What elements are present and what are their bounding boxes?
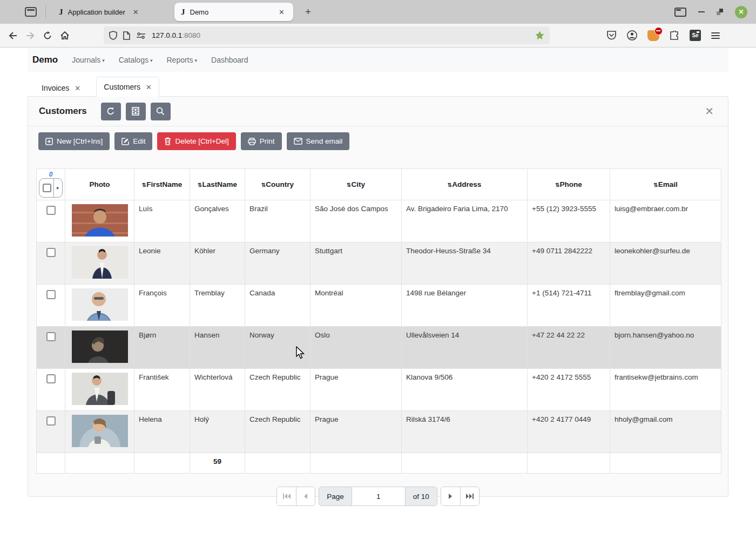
chevron-down-icon: ▾ <box>102 58 105 63</box>
cell-city: São José dos Campos <box>310 200 402 242</box>
menu-hamburger-icon[interactable] <box>711 32 720 39</box>
workspace-tabbar: Invoices ✕ Customers ✕ <box>28 77 728 97</box>
tab-invoices[interactable]: Invoices ✕ <box>35 79 87 97</box>
edit-button[interactable]: Edit <box>114 132 152 150</box>
print-button[interactable]: Print <box>241 132 282 150</box>
next-page-button[interactable] <box>441 487 460 505</box>
nav-item-dashboard[interactable]: Dashboard <box>211 56 248 64</box>
app-brand[interactable]: Demo <box>32 55 58 65</box>
search-button[interactable] <box>151 103 171 120</box>
column-header-email[interactable]: ⇅Email <box>610 169 721 200</box>
sort-icon: ⇅ <box>347 182 350 188</box>
cell-lastname: Gonçalves <box>190 200 245 242</box>
cell-lastname: Tremblay <box>190 285 245 327</box>
page-info-icon[interactable] <box>123 31 130 40</box>
last-page-button[interactable] <box>460 487 479 505</box>
browser-tab-demo[interactable]: J Demo ✕ <box>174 3 293 21</box>
browser-titlebar: J Application builder ✕ J Demo ✕ + ✕ <box>0 0 756 24</box>
row-checkbox[interactable] <box>46 416 56 426</box>
sort-icon: ⇅ <box>198 182 201 188</box>
table-row[interactable]: Luís Gonçalves Brazil São José dos Campo… <box>37 200 721 242</box>
cell-address: Av. Brigadeiro Faria Lima, 2170 <box>402 200 528 242</box>
cell-country: Czech Republic <box>245 411 310 453</box>
extensions-puzzle-icon[interactable] <box>670 31 679 41</box>
row-checkbox[interactable] <box>46 248 56 257</box>
row-checkbox[interactable] <box>46 290 56 299</box>
pocket-icon[interactable] <box>606 31 617 41</box>
column-header-photo: Photo <box>65 169 134 200</box>
table-row[interactable]: Helena Holý Czech Republic Prague Rilská… <box>37 411 721 453</box>
browser-tab-application-builder[interactable]: J Application builder ✕ <box>52 3 170 21</box>
column-header-lastname[interactable]: ⇅LastName <box>190 169 245 200</box>
prev-page-button[interactable] <box>296 487 315 505</box>
bookmark-star-icon[interactable] <box>535 31 544 40</box>
column-header-firstname[interactable]: ⇅FirstName <box>134 169 190 200</box>
url-bar[interactable]: 127.0.0.1:8080 <box>104 26 550 44</box>
tab-close-icon[interactable]: ✕ <box>146 83 152 91</box>
selection-dropdown-icon[interactable]: ▾ <box>53 179 61 197</box>
minimize-button[interactable] <box>698 11 705 12</box>
page-of-label: of 10 <box>406 487 437 505</box>
tab-customers[interactable]: Customers ✕ <box>96 77 159 97</box>
row-checkbox[interactable] <box>46 332 56 341</box>
close-window-button[interactable]: ✕ <box>735 6 747 18</box>
cell-address: Rilská 3174/6 <box>402 411 528 453</box>
column-header-phone[interactable]: ⇅Phone <box>528 169 610 200</box>
column-header-city[interactable]: ⇅City <box>310 169 402 200</box>
column-header-country[interactable]: ⇅Country <box>245 169 310 200</box>
table-row[interactable]: François Tremblay Canada Montréal 1498 r… <box>37 285 721 327</box>
chevron-down-icon: ▾ <box>195 58 198 63</box>
table-row[interactable]: Leonie Köhler Germany Stuttgart Theodor-… <box>37 242 721 285</box>
home-button[interactable] <box>56 27 73 44</box>
refresh-button[interactable] <box>101 103 121 120</box>
selenium-ide-icon[interactable]: Se <box>690 30 701 41</box>
new-button[interactable]: New [Ctrl+Ins] <box>38 132 110 150</box>
reload-button[interactable] <box>39 27 56 44</box>
nav-item-journals[interactable]: Journals▾ <box>72 56 104 64</box>
cell-phone: +1 (514) 721-4711 <box>528 285 610 327</box>
pagination: Page of 10 <box>28 487 728 506</box>
blocked-badge <box>654 27 663 35</box>
tab-close-icon[interactable]: ✕ <box>276 7 287 17</box>
cell-phone: +420 2 4172 5555 <box>528 369 610 411</box>
delete-button[interactable]: Delete [Ctrl+Del] <box>157 132 235 150</box>
back-button[interactable] <box>4 27 22 44</box>
nav-item-catalogs[interactable]: Catalogs▾ <box>119 56 153 64</box>
permissions-icon[interactable] <box>136 32 146 39</box>
first-page-button[interactable] <box>277 487 296 505</box>
nav-item-reports[interactable]: Reports▾ <box>166 56 197 64</box>
list-tabs-icon[interactable] <box>674 8 686 17</box>
sort-icon: ⇅ <box>555 182 559 188</box>
cell-phone: +55 (12) 3923-5555 <box>528 200 610 242</box>
browser-toolbar: 127.0.0.1:8080 Se <box>0 24 756 48</box>
restore-button[interactable] <box>717 9 723 15</box>
select-all-split-button[interactable]: ▾ <box>39 178 63 198</box>
cell-email: frantisekw@jetbrains.com <box>610 369 721 411</box>
row-checkbox[interactable] <box>46 206 56 215</box>
account-icon[interactable] <box>627 30 637 41</box>
page-title: Customers <box>39 106 87 117</box>
customers-panel: Customers ✕ New [Ctrl+Ins] Edit Delete [… <box>28 96 728 497</box>
adblocker-icon[interactable] <box>647 30 659 41</box>
cell-phone: +49 0711 2842222 <box>528 242 610 285</box>
new-tab-button[interactable]: + <box>301 5 315 19</box>
url-text[interactable]: 127.0.0.1:8080 <box>152 31 535 39</box>
cell-firstname: Helena <box>134 411 190 453</box>
tab-close-icon[interactable]: ✕ <box>131 7 141 17</box>
cell-city: Oslo <box>310 327 402 369</box>
favicon: J <box>181 8 185 17</box>
send-email-button[interactable]: Send email <box>287 132 350 150</box>
table-row[interactable]: František Wichterlová Czech Republic Pra… <box>37 369 721 411</box>
select-all-checkbox[interactable] <box>43 184 51 192</box>
page-number-input[interactable] <box>352 487 406 505</box>
firefox-view-icon[interactable] <box>25 7 37 17</box>
film-strip-button[interactable] <box>126 103 146 120</box>
tab-close-icon[interactable]: ✕ <box>75 84 80 92</box>
table-row-selected[interactable]: Bjørn Hansen Norway Oslo Ullevålsveien 1… <box>37 327 721 369</box>
forward-button[interactable] <box>22 27 39 44</box>
shield-icon[interactable] <box>109 31 117 40</box>
chevron-down-icon: ▾ <box>150 58 153 63</box>
row-checkbox[interactable] <box>46 374 56 383</box>
column-header-address[interactable]: ⇅Address <box>402 169 528 200</box>
panel-close-icon[interactable]: ✕ <box>701 105 717 118</box>
